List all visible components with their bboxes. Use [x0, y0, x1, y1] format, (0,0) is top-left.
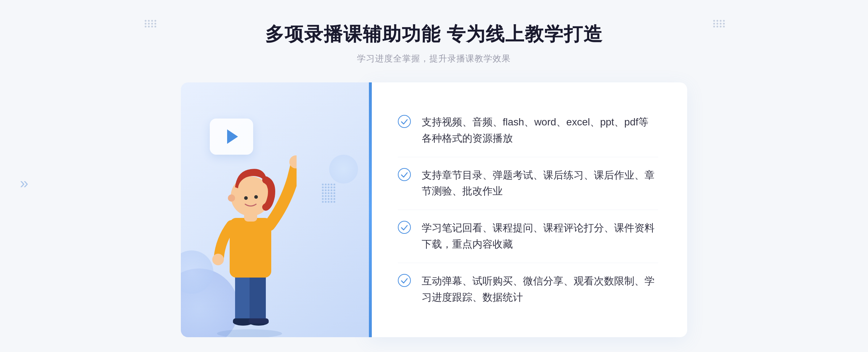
svg-rect-6	[248, 318, 269, 323]
page-container: 多项录播课辅助功能 专为线上教学打造 学习进度全掌握，提升录播课教学效果	[0, 0, 868, 352]
accent-bar	[369, 82, 372, 337]
svg-point-18	[398, 274, 410, 287]
svg-point-9	[212, 254, 224, 265]
stripes-decoration	[322, 184, 347, 213]
page-title: 多项录播课辅助功能 专为线上教学打造	[265, 22, 603, 47]
content-area: 支持视频、音频、flash、word、excel、ppt、pdf等各种格式的资源…	[181, 82, 687, 337]
feature-item-2: 支持章节目录、弹题考试、课后练习、课后作业、章节测验、批改作业	[398, 157, 658, 210]
illustration-panel	[181, 82, 369, 337]
dots-decoration-left	[145, 20, 155, 27]
feature-text-1: 支持视频、音频、flash、word、excel、ppt、pdf等各种格式的资源…	[422, 114, 658, 147]
feature-item-1: 支持视频、音频、flash、word、excel、ppt、pdf等各种格式的资源…	[398, 104, 658, 157]
deco-circle-small	[329, 155, 358, 184]
svg-point-12	[244, 196, 248, 200]
check-icon-1	[398, 115, 411, 128]
header-section: 多项录播课辅助功能 专为线上教学打造 学习进度全掌握，提升录播课教学效果	[265, 22, 603, 64]
feature-text-3: 学习笔记回看、课程提问、课程评论打分、课件资料下载，重点内容收藏	[422, 220, 658, 253]
svg-rect-1	[235, 272, 251, 323]
check-icon-2	[398, 168, 411, 181]
svg-point-14	[228, 194, 235, 202]
svg-point-17	[398, 221, 410, 233]
dots-decoration-right	[713, 20, 723, 27]
check-icon-4	[398, 274, 411, 287]
person-illustration	[203, 120, 297, 337]
svg-point-15	[398, 115, 410, 128]
feature-item-4: 互动弹幕、试听购买、微信分享、观看次数限制、学习进度跟踪、数据统计	[398, 263, 658, 316]
page-subtitle: 学习进度全掌握，提升录播课教学效果	[265, 53, 603, 64]
svg-point-16	[398, 168, 410, 181]
feature-item-3: 学习笔记回看、课程提问、课程评论打分、课件资料下载，重点内容收藏	[398, 210, 658, 263]
svg-rect-2	[250, 272, 266, 323]
outer-arrow-left: »	[20, 175, 28, 192]
svg-point-0	[217, 329, 282, 337]
check-icon-3	[398, 221, 411, 234]
feature-text-4: 互动弹幕、试听购买、微信分享、观看次数限制、学习进度跟踪、数据统计	[422, 273, 658, 306]
svg-point-13	[254, 195, 258, 199]
feature-text-2: 支持章节目录、弹题考试、课后练习、课后作业、章节测验、批改作业	[422, 167, 658, 200]
features-panel: 支持视频、音频、flash、word、excel、ppt、pdf等各种格式的资源…	[369, 82, 687, 337]
